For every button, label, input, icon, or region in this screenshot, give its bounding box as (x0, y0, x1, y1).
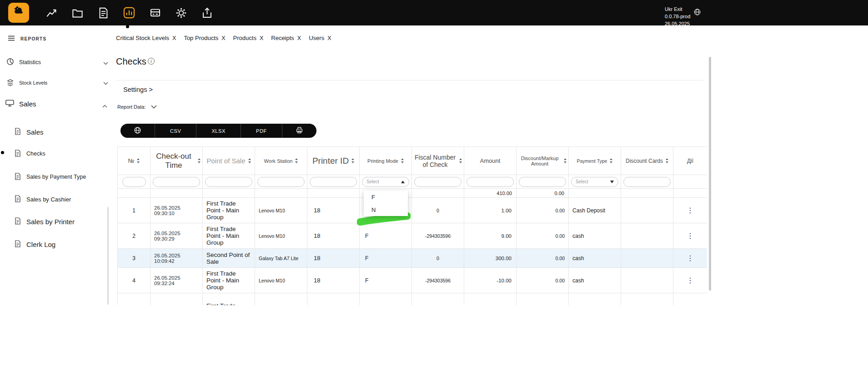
col-header-checkout-time[interactable]: Check-out Time (151, 147, 203, 175)
sidebar-item-statistics[interactable]: Statistics (6, 57, 115, 68)
table-row[interactable]: 1 26.05.2025 09:30:10 First Trade Point … (118, 198, 707, 223)
dropdown-option-f[interactable]: F (364, 191, 408, 203)
sidebar-scrollbar[interactable] (107, 207, 109, 305)
sort-toggle[interactable] (351, 158, 354, 163)
pdf-export-button[interactable]: PDF (241, 124, 282, 138)
hamburger-menu-icon[interactable] (8, 35, 15, 42)
filter-point-of-sale-input[interactable] (205, 177, 252, 187)
csv-export-button[interactable]: CSV (155, 124, 196, 138)
close-icon[interactable]: X (297, 35, 301, 41)
cell-time: 26.05.2025 09:30:29 (151, 223, 203, 249)
sidebar-header-reports[interactable]: REPORTS (8, 33, 99, 44)
sidebar-item-checks[interactable]: Checks (15, 148, 124, 159)
document-nav-icon[interactable] (96, 6, 110, 20)
col-header-work-station[interactable]: Work Station (255, 147, 307, 175)
col-header-point-of-sale[interactable]: Point of Sale (203, 147, 255, 175)
chevron-down-icon[interactable] (103, 80, 108, 86)
sort-toggle[interactable] (137, 158, 140, 163)
table-row-highlighted[interactable]: 3 26.05.2025 10:09:42 Second Point of Sa… (118, 249, 707, 268)
web-export-button[interactable] (120, 124, 155, 138)
cell-time (151, 293, 203, 306)
dropdown-option-n[interactable]: N (364, 203, 408, 216)
sort-toggle[interactable] (666, 158, 668, 163)
chevron-up-icon[interactable] (102, 101, 107, 109)
sidebar: REPORTS Statistics Stock Levels Sa (0, 25, 109, 372)
cell-amount: 300.00 (464, 249, 517, 268)
tab-top-products[interactable]: Top Products X (184, 35, 225, 41)
app-logo[interactable] (8, 3, 29, 23)
report-tabs: Critical Stock Levels X Top Products X P… (116, 35, 331, 41)
sort-toggle[interactable] (610, 158, 612, 163)
kebab-menu-icon[interactable]: ⋮ (687, 277, 694, 284)
sort-toggle[interactable] (295, 158, 298, 163)
sort-toggle[interactable] (198, 158, 201, 163)
chevron-down-icon[interactable] (151, 104, 157, 110)
info-icon[interactable]: i (148, 58, 155, 65)
col-header-payment-type[interactable]: Payment Type (569, 147, 621, 175)
close-icon[interactable]: X (260, 35, 263, 41)
chevron-down-icon[interactable] (103, 60, 108, 66)
kebab-menu-icon[interactable]: ⋮ (687, 255, 694, 262)
globe-icon[interactable] (693, 8, 701, 16)
printing-mode-filter-select[interactable]: Select (362, 177, 409, 187)
chicken-logo-icon (12, 5, 25, 20)
filter-discount-cards-input[interactable] (623, 177, 671, 187)
table-row[interactable]: 4 26.05.2025 09:32:24 First Trade Point … (118, 268, 707, 293)
folder-nav-icon[interactable] (70, 6, 84, 20)
sidebar-section-label: Sales (19, 100, 36, 108)
filter-amount-input[interactable] (467, 177, 514, 187)
filter-discount-input[interactable] (519, 177, 566, 187)
cell-station: Lenovo M10 (255, 198, 307, 223)
sidebar-item-stock-levels[interactable]: Stock Levels (6, 77, 115, 88)
print-button[interactable] (282, 124, 316, 138)
settings-gear-icon[interactable] (174, 6, 188, 20)
analytics-nav-icon[interactable] (45, 6, 58, 20)
tab-users[interactable]: Users X (309, 35, 331, 41)
cell-mode: F (360, 268, 412, 293)
col-header-fiscal-number[interactable]: Fiscal Number of Check (412, 147, 464, 175)
sort-toggle[interactable] (564, 158, 567, 163)
filter-fiscal-number-input[interactable] (414, 177, 462, 187)
sidebar-section-sales[interactable]: Sales (5, 98, 115, 109)
sort-toggle[interactable] (459, 158, 462, 163)
close-icon[interactable]: X (221, 35, 225, 41)
col-header-discount-cards[interactable]: Discount Cards (621, 147, 673, 175)
document-icon (15, 173, 21, 181)
table-row-partial[interactable]: First Trade (118, 293, 707, 306)
col-header-printing-mode[interactable]: Printing Mode (360, 147, 412, 175)
language-label[interactable]: Ukr Exit (665, 6, 682, 13)
kebab-menu-icon[interactable]: ⋮ (687, 232, 694, 240)
tab-products[interactable]: Products X (233, 35, 264, 41)
col-header-num[interactable]: № (118, 147, 151, 175)
filter-printer-id-input[interactable] (310, 177, 357, 187)
filter-work-station-input[interactable] (257, 177, 305, 187)
terminal-nav-icon[interactable] (148, 6, 162, 20)
sort-toggle[interactable] (248, 158, 251, 163)
report-data-toggle[interactable]: Report Data: (117, 104, 157, 110)
kebab-menu-icon[interactable]: ⋮ (687, 207, 694, 214)
filter-num-input[interactable] (122, 177, 146, 187)
col-header-discount-markup[interactable]: Discount/Markup Amount (517, 147, 569, 175)
settings-link[interactable]: Settings > (123, 86, 153, 93)
table-row[interactable]: 2 26.05.2025 09:30:29 First Trade Point … (118, 223, 707, 249)
share-export-icon[interactable] (200, 6, 214, 20)
page-scrollbar[interactable] (709, 57, 711, 291)
cell-cards (621, 249, 673, 268)
cell-pos: First Trade Point - Main Group (203, 268, 255, 293)
xlsx-export-button[interactable]: XLSX (196, 124, 241, 138)
sort-toggle[interactable] (401, 158, 404, 163)
col-header-amount[interactable]: Amount (464, 147, 517, 175)
sidebar-item-sales-by-cashier[interactable]: Sales by Cashier (15, 194, 124, 205)
column-label: Printing Mode (367, 158, 398, 164)
close-icon[interactable]: X (172, 35, 176, 41)
tab-label: Receipts (271, 35, 294, 41)
reports-nav-icon-active[interactable] (122, 6, 136, 20)
tab-critical-stock-levels[interactable]: Critical Stock Levels X (116, 35, 176, 41)
payment-type-filter-select[interactable]: Select (571, 177, 618, 187)
sidebar-item-sales[interactable]: Sales (15, 126, 124, 137)
filter-checkout-time-input[interactable] (153, 177, 200, 187)
tab-receipts[interactable]: Receipts X (271, 35, 301, 41)
col-header-printer-id[interactable]: Printer ID (307, 147, 360, 175)
close-icon[interactable]: X (327, 35, 331, 41)
sidebar-item-sales-by-payment-type[interactable]: Sales by Payment Type (15, 171, 124, 182)
